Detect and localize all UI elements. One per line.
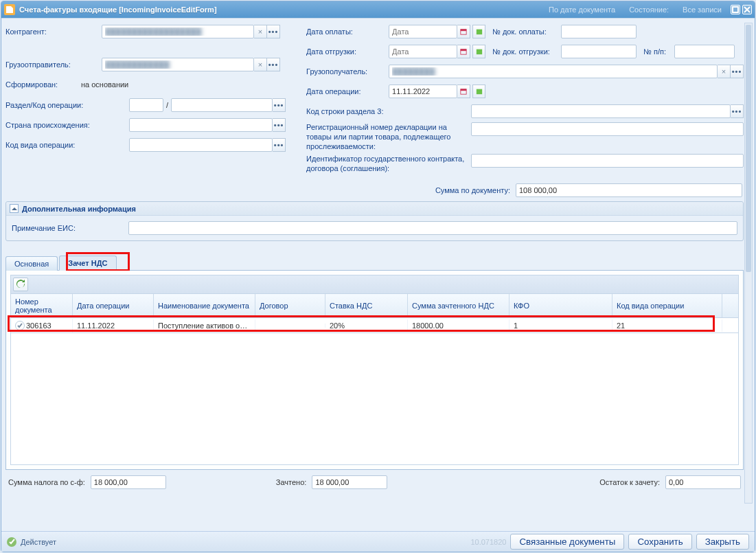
titlebar: Счета-фактуры входящие [IncomingInvoiceE… [1,1,755,18]
svg-rect-8 [461,89,466,91]
status-text: Действует [21,538,56,546]
origin-input[interactable] [129,118,273,132]
formed-value: на основании [81,80,128,89]
opcode-lookup-icon[interactable]: ••• [273,138,286,152]
shipdoc-input[interactable] [561,45,637,58]
col-kfo[interactable]: КФО [509,294,612,317]
scrollbar-thumb[interactable] [746,25,751,272]
col-num[interactable]: Номер документа [11,294,73,317]
shipper-clear-icon[interactable]: × [254,58,267,71]
sum-label: Сумма по документу: [435,186,510,194]
tax-input[interactable] [91,475,166,489]
cell-name: Поступление активов о… [154,319,255,332]
origin-lookup-icon[interactable]: ••• [273,118,286,132]
npp-input[interactable] [674,45,735,58]
collapse-up-icon[interactable] [10,204,19,213]
shipdate-cal2-icon[interactable] [472,45,485,58]
section3-label: Код строки раздела 3: [306,107,471,115]
slash-sep: / [166,101,168,109]
vertical-scrollbar[interactable] [744,23,753,504]
cell-kfo: 1 [509,319,612,332]
contragent-input[interactable] [102,25,254,38]
paydoc-label: № док. оплаты: [492,27,561,36]
section-input[interactable] [129,98,163,112]
consignee-label: Грузополучатель: [306,67,389,76]
shipdate-input[interactable] [389,45,457,58]
sum-input[interactable] [516,183,742,197]
col-opcode[interactable]: Код вида операции [612,294,722,317]
ghost-number: 10.071820 [470,538,506,546]
npp-label: № п/п: [643,47,674,56]
close-button[interactable]: Закрыть [696,534,749,550]
opdate-cal-icon[interactable] [457,84,470,98]
faded-filter-3: Все записи [683,5,722,14]
col-name[interactable]: Наименование документа [154,294,255,317]
tab-main[interactable]: Основная [5,256,58,271]
svg-rect-6 [476,49,481,55]
cell-date: 11.11.2022 [73,319,154,332]
rest-label: Остаток к зачету: [599,478,660,486]
table-row[interactable]: 306163 11.11.2022 Поступление активов о…… [10,318,739,333]
opcode-section-input[interactable] [171,98,273,112]
consignee-clear-icon[interactable]: × [718,65,731,78]
window-frame: Счета-фактуры входящие [IncomingInvoiceE… [1,1,755,552]
eis-input[interactable] [128,221,737,235]
related-docs-button[interactable]: Связанные документы [510,534,624,550]
opcode-section-lookup-icon[interactable]: ••• [273,98,286,112]
opcode-input[interactable] [129,138,273,152]
contractid-label: Идентификатор государственного контракта… [306,154,471,173]
col-date[interactable]: Дата операции [73,294,154,317]
credited-input[interactable] [312,475,387,489]
svg-rect-0 [733,7,738,12]
paydate-cal2-icon[interactable] [472,25,485,38]
maximize-icon[interactable] [731,5,740,14]
refresh-icon[interactable] [13,278,28,291]
regnum-label: Регистрационный номер декларации на това… [306,122,471,151]
origin-label: Страна происхождения: [5,121,129,129]
svg-rect-9 [476,89,481,95]
contractid-input[interactable] [471,154,744,168]
col-sum[interactable]: Сумма зачтенного НДС [408,294,509,317]
faded-filter-2: Состояние: [629,5,669,14]
shipdate-cal-icon[interactable] [457,45,470,58]
close-icon[interactable] [742,5,752,14]
shipdate-label: Дата отгрузки: [306,47,389,56]
svg-rect-2 [461,30,466,32]
row-status-icon [15,321,25,330]
opdate-label: Дата операции: [306,87,389,95]
tab-nds[interactable]: Зачет НДС [59,256,116,271]
window-title: Счета-фактуры входящие [IncomingInvoiceE… [19,5,542,14]
section3-input[interactable] [471,104,731,118]
credited-label: Зачтено: [276,478,307,486]
shipper-input[interactable] [102,58,254,71]
contragent-clear-icon[interactable]: × [254,25,267,38]
rest-input[interactable] [665,475,741,489]
extra-fieldset: Дополнительная информация Примечание ЕИС… [5,201,744,241]
section-label: Раздел/Код операции: [5,101,129,109]
cell-rate: 20% [325,319,408,332]
paydate-input[interactable] [389,25,457,38]
form-body: Контрагент: × ••• Грузоотправитель: × ••… [1,18,755,552]
shipper-label: Грузоотправитель: [5,60,102,69]
cell-sum: 18000.00 [408,319,509,332]
footer-bar: Действует 10.071820 Связанные документы … [1,531,755,552]
col-contract[interactable]: Договор [255,294,325,317]
consignee-lookup-icon[interactable]: ••• [731,65,744,78]
paydoc-input[interactable] [561,25,637,38]
eis-label: Примечание ЕИС: [12,224,128,232]
faded-filter-1: По дате документа [549,5,615,14]
extra-header: Дополнительная информация [22,205,136,213]
section3-lookup-icon[interactable]: ••• [731,104,744,118]
cell-num: 306163 [26,321,51,330]
opdate-cal2-icon[interactable] [472,84,485,98]
cell-contract [255,324,325,328]
contragent-lookup-icon[interactable]: ••• [267,25,280,38]
paydate-cal-icon[interactable] [457,25,470,38]
col-rate[interactable]: Ставка НДС [325,294,408,317]
opdate-input[interactable] [389,84,457,98]
shipper-lookup-icon[interactable]: ••• [267,58,280,71]
regnum-input[interactable] [471,122,744,136]
formed-label: Сформирован: [5,80,81,89]
consignee-input[interactable] [389,65,718,78]
save-button[interactable]: Сохранить [628,534,691,550]
